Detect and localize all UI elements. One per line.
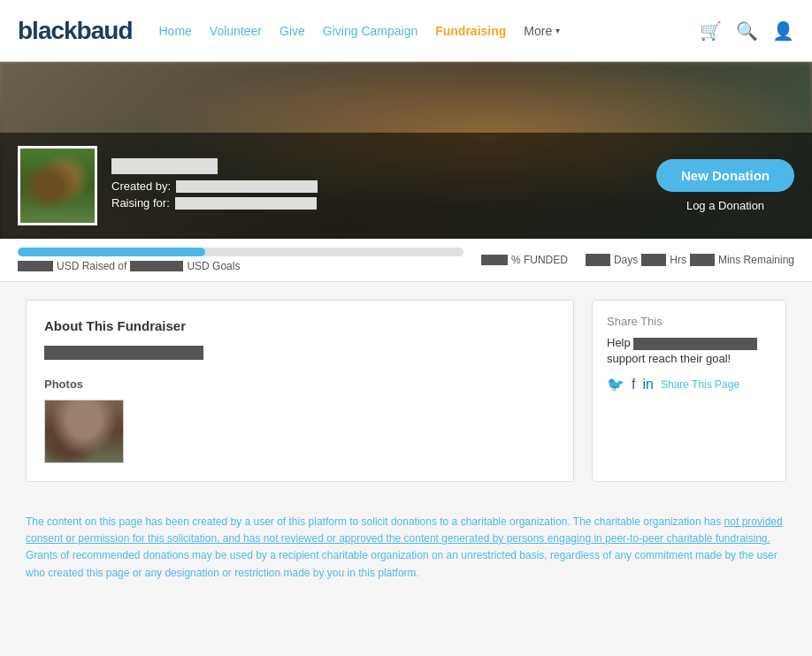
funded-badge: % FUNDED <box>481 254 568 266</box>
about-section-title: About This Fundraiser <box>44 318 555 333</box>
time-remaining: Days Hrs Mins Remaining <box>586 254 794 266</box>
profile-icon[interactable]: 👤 <box>772 20 794 42</box>
new-donation-button[interactable]: New Donation <box>656 159 794 192</box>
profile-pic-inner <box>20 149 95 223</box>
hero-banner: Created by: Raising for: New Donation Lo… <box>0 62 812 239</box>
hero-overlay: Created by: Raising for: New Donation Lo… <box>0 133 812 239</box>
disclaimer-text: The content on this page has been create… <box>26 515 783 579</box>
fundraiser-name <box>111 158 218 174</box>
share-title: Share This <box>607 315 771 328</box>
nav-give[interactable]: Give <box>280 24 305 38</box>
linkedin-icon[interactable]: in <box>642 377 653 393</box>
nav-volunteer[interactable]: Volunteer <box>210 24 262 38</box>
amount-raised <box>18 261 53 271</box>
share-page-link[interactable]: Share This Page <box>661 378 739 391</box>
nav-giving-campaign[interactable]: Giving Campaign <box>323 24 417 38</box>
days-value <box>586 254 610 266</box>
nav-home[interactable]: Home <box>158 24 191 38</box>
hero-actions: New Donation Log a Donation <box>656 159 794 212</box>
nav-more[interactable]: More ▾ <box>524 24 560 38</box>
created-by-field: Created by: <box>111 179 656 193</box>
chevron-down-icon: ▾ <box>555 26 560 35</box>
progress-bar-fill <box>18 248 205 256</box>
header: blackbaud Home Volunteer Give Giving Cam… <box>0 0 812 62</box>
share-text: Help support reach their goal! <box>607 335 771 367</box>
share-icons: 🐦 f in Share This Page <box>607 376 771 393</box>
funded-percentage <box>481 255 508 265</box>
main-content: About This Fundraiser Photos Share This … <box>8 282 804 500</box>
progress-section: USD Raised of USD Goals % FUNDED Days Hr… <box>0 239 812 282</box>
main-nav: Home Volunteer Give Giving Campaign Fund… <box>158 24 691 38</box>
hrs-value <box>641 254 666 266</box>
progress-bar-track <box>18 248 463 256</box>
mins-value <box>690 254 715 266</box>
header-icons: 🛒 🔍 👤 <box>700 20 794 42</box>
progress-bar-wrap: USD Raised of USD Goals <box>18 248 463 272</box>
about-text <box>44 346 203 360</box>
disclaimer-underline: not provided consent or permission for t… <box>26 515 783 545</box>
share-name-bar <box>633 338 757 350</box>
search-icon[interactable]: 🔍 <box>736 20 758 42</box>
hero-info: Created by: Raising for: <box>111 158 656 213</box>
goal-amount <box>130 261 183 271</box>
nav-fundraising[interactable]: Fundraising <box>435 24 506 38</box>
photo-thumb-inner <box>45 400 123 462</box>
facebook-icon[interactable]: f <box>632 377 635 393</box>
progress-labels: USD Raised of USD Goals <box>18 260 463 272</box>
created-by-value <box>176 180 318 193</box>
twitter-icon[interactable]: 🐦 <box>607 376 624 393</box>
logo: blackbaud <box>18 17 132 45</box>
raising-for-field: Raising for: <box>111 196 656 210</box>
profile-picture <box>18 146 97 225</box>
photo-thumbnail <box>44 400 124 463</box>
cart-icon[interactable]: 🛒 <box>700 20 722 42</box>
content-left: About This Fundraiser Photos <box>26 300 574 482</box>
raising-for-value <box>175 197 317 210</box>
disclaimer: The content on this page has been create… <box>8 500 804 596</box>
photos-label: Photos <box>44 378 555 391</box>
log-donation-link[interactable]: Log a Donation <box>686 199 764 212</box>
content-right: Share This Help support reach their goal… <box>592 300 786 482</box>
